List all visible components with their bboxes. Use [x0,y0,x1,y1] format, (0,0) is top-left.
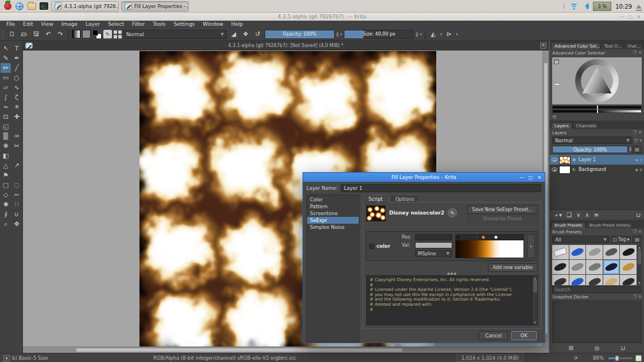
layer-opacity-slider[interactable]: Opacity: 100% [552,146,628,153]
tool-button-colorize-mask[interactable]: ❋ [1,141,11,151]
snapshot-add-icon[interactable]: ⊞ [558,345,584,351]
tool-button-reference-images[interactable]: ⚑ [1,170,11,180]
tool-button-ellipse-select[interactable]: ◌ [11,180,22,190]
cancel-button[interactable]: Cancel [479,331,508,340]
size-spinner[interactable]: ▲▼ [416,32,418,37]
tool-button-freehand-path[interactable]: ζ [11,92,22,102]
close-docker-icon[interactable]: ✕ [638,294,642,299]
browser-icon[interactable] [15,2,24,11]
tool-button-freehand-select[interactable]: ∾ [11,190,22,200]
val-input[interactable] [415,242,452,248]
workspace-chooser-icon[interactable] [114,30,122,38]
float-docker-icon[interactable]: ❐ [633,130,637,135]
menu-item[interactable]: Image [57,21,82,28]
mirror-vertical-icon[interactable]: ⊳ [444,29,454,40]
volume-icon[interactable] [582,3,589,9]
brush-preset-thumbnail[interactable] [586,245,603,259]
tool-button-smart-patch[interactable]: ✂ [11,141,22,151]
edit-preset-icon[interactable]: ✎ [448,208,457,217]
tool-button-fill[interactable]: ◧ [1,151,11,161]
brush-preset-thumbnail[interactable] [620,275,637,285]
undo-icon[interactable]: ↶ [43,29,53,40]
brush-docker-tab[interactable]: Brush Preset History [586,222,634,228]
save-preset-button[interactable]: Save New SeExpr Preset... [467,205,538,214]
duplicate-layer-button[interactable]: ❏ [567,212,572,218]
file-manager-icon[interactable] [27,2,36,11]
mirror-vertical-arrow[interactable]: ▾ [456,32,458,37]
mirror-horizontal-arrow[interactable]: ▾ [440,32,443,37]
tool-button-multibrush[interactable]: ✳ [11,102,22,112]
brush-preset-thumbnail[interactable] [586,260,603,274]
menu-item[interactable]: View [37,21,57,28]
generator-item[interactable]: SeExpr [307,217,359,224]
move-layer-up-button[interactable]: ∧ [585,212,589,218]
document-close-icon[interactable]: ✕ [540,42,546,49]
tool-button-gradient[interactable]: ▒ [1,131,11,141]
eraser-mode-icon[interactable]: ◢ [228,29,239,40]
wifi-icon[interactable] [570,3,578,10]
app-menu-icon[interactable] [3,2,12,11]
pattern-swatch[interactable] [82,30,91,38]
gradient-stop[interactable] [482,236,484,239]
layer-view-options-icon[interactable]: ▤ [633,146,642,153]
tool-button-move[interactable]: ✚ [11,112,22,122]
mirror-horizontal-icon[interactable]: ◭ [428,29,439,40]
filter-layers-icon[interactable]: ▽ [634,138,638,143]
maximize-icon[interactable]: ▢ [629,14,633,20]
memory-icon[interactable]: ⟳ [574,353,578,362]
preserve-alpha-icon[interactable]: ❖ [240,29,251,40]
brush-preset-thumbnail[interactable] [552,260,569,274]
brush-preset-thumbnail[interactable] [620,245,637,259]
menu-item[interactable]: Tools [149,21,169,28]
toolbar-drag-handle[interactable] [1,30,4,39]
script-scrollbar[interactable]: ▲▼ [532,276,537,325]
edit-brush-settings-icon[interactable]: ✎ [103,30,112,38]
snapshot-delete-icon[interactable]: ⊔ [610,345,636,351]
brush-preset-thumbnail[interactable] [603,260,620,274]
gradient-stop[interactable] [457,236,460,239]
lock-icon[interactable]: ▪ [635,158,638,162]
brush-filter-dropdown[interactable]: All ▼ [552,236,610,243]
selector-settings-icon[interactable]: ▤ [554,59,559,64]
docker-tab[interactable]: Tool O... [601,42,624,49]
tool-button-similar-select[interactable]: ∷ [11,200,22,209]
size-slider[interactable]: Size: 40,00 px [344,30,414,39]
generator-item[interactable]: Simplex Noise [307,224,359,231]
tool-button-spacer-c[interactable] [11,170,22,180]
menu-item[interactable]: Help [227,21,247,28]
save-icon[interactable]: 🖫 [31,29,41,40]
interpolation-dropdown[interactable]: MSpline ▼ [415,250,452,257]
tool-button-spacer-b[interactable] [11,151,22,161]
tool-button-ellipse[interactable]: ○ [11,73,22,83]
tool-button-spacer-a[interactable] [11,122,22,131]
filter-arrow[interactable]: ▾ [639,138,642,143]
tool-button-select-shapes[interactable]: ↖ [1,44,11,53]
layer-visibility-icon[interactable] [552,168,557,172]
brush-docker-tab[interactable]: Brush Presets [551,222,585,228]
snapshot-camera-icon[interactable]: ◎ [584,345,610,351]
opacity-slider[interactable]: Opacity: 100% [265,30,335,39]
float-docker-icon[interactable]: ❐ [633,50,637,55]
tool-button-polyline[interactable]: ∿ [11,83,22,92]
horizontal-scrollbar[interactable] [23,347,549,353]
zoom-slider[interactable] [608,357,633,359]
terminal-icon[interactable]: >_ [39,2,48,11]
tool-button-color-sampler[interactable]: ✑ [11,131,22,141]
gradient-swatch[interactable] [72,30,80,38]
tool-button-magnetic-select[interactable]: ∪ [11,209,22,219]
tool-button-rectangle[interactable]: ▭ [1,73,11,83]
brush-preset-thumbnail[interactable] [603,275,620,285]
next-variable-button[interactable]: › [527,234,535,258]
tool-button-polygon-select[interactable]: ◇ [1,190,11,200]
tool-button-crop[interactable]: ◱ [1,122,11,131]
gradient-ramp[interactable] [455,240,524,258]
delete-layer-button[interactable]: ⊔ [636,212,641,218]
tool-button-freehand-brush[interactable]: ✏ [1,63,11,73]
add-variable-button[interactable]: Add new variable [488,263,538,272]
brush-preset-thumbnail[interactable] [569,275,586,285]
lock-icon[interactable]: ▪ [635,168,638,172]
add-layer-button[interactable]: ＋▾ [553,211,562,219]
brush-preset-thumbnail[interactable] [586,275,603,285]
blend-mode-dropdown[interactable]: Normal ▼ [123,30,227,39]
size-options-arrow[interactable]: ▾ [420,32,422,37]
